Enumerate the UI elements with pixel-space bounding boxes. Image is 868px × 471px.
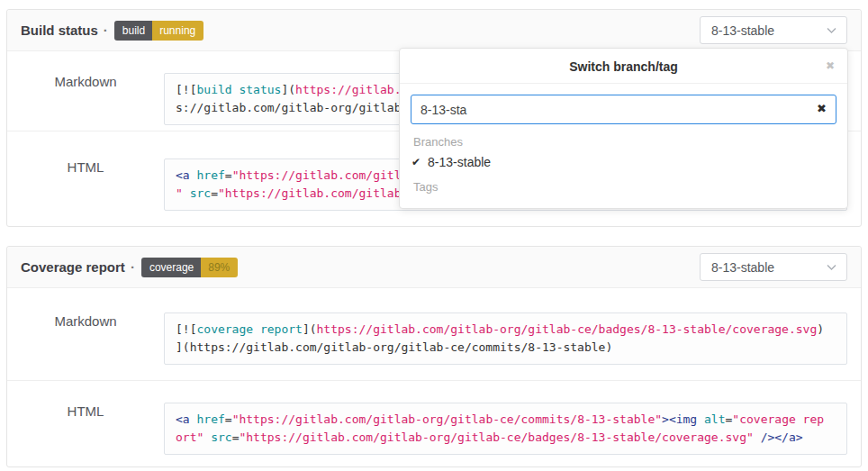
title-separator: · <box>104 23 108 38</box>
branch-search: ✖ <box>400 84 847 124</box>
branches-section-label: Branches <box>413 135 834 149</box>
coverage-report-panel-header: Coverage report · coverage89% 8-13-stabl… <box>7 247 861 288</box>
badge-label: coverage <box>141 258 201 277</box>
markdown-code-snippet: [![coverage report](https://gitlab.com/g… <box>164 312 847 365</box>
chevron-down-icon <box>827 264 836 271</box>
badge-value: running <box>152 21 203 41</box>
branch-selector-value: 8-13-stable <box>711 260 774 275</box>
coverage-report-panel: Coverage report · coverage89% 8-13-stabl… <box>6 246 862 467</box>
html-label: HTML <box>7 159 164 175</box>
clear-search-icon[interactable]: ✖ <box>817 102 827 116</box>
branch-selector-build[interactable]: 8-13-stable <box>700 16 847 44</box>
coverage-badge-image: coverage89% <box>141 258 238 277</box>
badges-settings-page: Build status · buildrunning 8-13-stable … <box>0 0 868 471</box>
tags-section-label: Tags <box>413 180 834 194</box>
badge-label: build <box>114 21 152 41</box>
branch-selector-value: 8-13-stable <box>711 23 774 38</box>
popup-title: Switch branch/tag <box>569 59 678 74</box>
branch-selector-coverage[interactable]: 8-13-stable <box>700 253 847 281</box>
switch-branch-popup: Switch branch/tag ✖ ✖ Branches ✔ 8-13-st… <box>399 48 848 209</box>
html-row: HTML <a href="https://gitlab.com/gitlab-… <box>7 380 861 466</box>
markdown-label: Markdown <box>7 312 164 329</box>
html-code-snippet: <a href="https://gitlab.com/gitlab-org/g… <box>164 403 847 455</box>
branch-search-input[interactable] <box>411 95 836 124</box>
chevron-down-icon <box>827 27 836 34</box>
close-icon[interactable]: ✖ <box>826 59 835 73</box>
title-separator: · <box>131 259 135 275</box>
markdown-label: Markdown <box>7 73 164 89</box>
badge-value: 89% <box>201 258 238 277</box>
checkmark-icon: ✔ <box>411 156 420 168</box>
markdown-row: Markdown [![coverage report](https://git… <box>7 288 861 380</box>
branch-item-8-13-stable[interactable]: ✔ 8-13-stable <box>411 155 834 169</box>
panel-title: Coverage report <box>21 259 125 275</box>
html-label: HTML <box>7 403 164 419</box>
popup-header: Switch branch/tag ✖ <box>400 49 847 84</box>
branch-item-label: 8-13-stable <box>428 155 491 169</box>
build-status-panel-header: Build status · buildrunning 8-13-stable <box>7 10 861 51</box>
build-status-badge-image: buildrunning <box>114 21 203 41</box>
panel-title: Build status <box>21 23 98 38</box>
